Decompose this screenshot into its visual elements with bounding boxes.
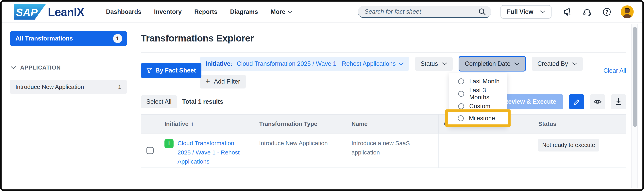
plus-icon: +	[206, 77, 210, 85]
dropdown-option-last-3-months[interactable]: Last 3 Months	[449, 87, 507, 100]
avatar-image	[621, 5, 634, 18]
chevron-down-icon	[11, 66, 16, 69]
download-icon	[614, 97, 623, 106]
header-cell-status[interactable]: Status	[533, 115, 626, 133]
sidebar: All Transformations 1 APPLICATION Introd…	[10, 31, 127, 94]
filter-chip-row: Initiative: Cloud Transformation 2025 / …	[200, 56, 626, 71]
svg-text:?: ?	[605, 9, 608, 15]
sap-leanix-logo[interactable]: SAP LeanIX	[14, 4, 84, 20]
results-count: Total 1 results	[182, 98, 223, 105]
results-table: Initiative ↑ Transformation Type Name Co…	[141, 114, 626, 168]
sap-logo-icon: SAP	[14, 4, 46, 20]
search-icon	[478, 7, 486, 16]
main-content: Transformations Explorer By Fact Sheet I…	[141, 22, 626, 168]
header-icon-group: ?	[562, 7, 612, 16]
initiative-link[interactable]: Cloud Transformation 2025 / Wave 1 - Reh…	[178, 139, 248, 168]
status-cell: Not ready to execute	[533, 134, 626, 168]
table-row: I Cloud Transformation 2025 / Wave 1 - R…	[141, 133, 626, 168]
top-nav-bar: SAP LeanIX Dashboards Inventory Reports …	[2, 1, 642, 22]
download-button[interactable]	[611, 94, 626, 109]
header-cell-transformation-type[interactable]: Transformation Type	[254, 115, 346, 133]
nav-item-reports[interactable]: Reports	[194, 8, 218, 15]
page-title: Transformations Explorer	[141, 33, 626, 44]
nav-item-dashboards[interactable]: Dashboards	[106, 8, 141, 15]
sidebar-item-introduce-new-application[interactable]: Introduce New Application 1	[10, 80, 127, 94]
filter-chip-status[interactable]: Status	[415, 57, 453, 71]
table-header-row: Initiative ↑ Transformation Type Name Co…	[141, 115, 626, 133]
radio-icon[interactable]	[458, 103, 464, 109]
filter-bar: By Fact Sheet Initiative: Cloud Transfor…	[141, 56, 626, 88]
header-cell-name[interactable]: Name	[346, 115, 438, 133]
main-nav: Dashboards Inventory Reports Diagrams Mo…	[106, 8, 292, 15]
results-toolbar: Select All Total 1 results Review & Exec…	[141, 94, 626, 109]
app-window: SAP LeanIX Dashboards Inventory Reports …	[0, 0, 644, 191]
name-cell: Introduce a new SaaS application	[346, 134, 438, 168]
completion-date-cell	[438, 134, 533, 168]
by-fact-sheet-button[interactable]: By Fact Sheet	[141, 63, 202, 78]
view-selector[interactable]: Full View	[500, 5, 552, 18]
support-button[interactable]	[582, 7, 592, 16]
chevron-down-icon	[398, 62, 404, 65]
edit-button[interactable]	[569, 94, 584, 109]
leanix-wordmark: LeanIX	[48, 5, 84, 18]
clear-all-link[interactable]: Clear All	[604, 67, 626, 74]
add-filter-button[interactable]: + Add Filter	[200, 75, 246, 88]
scrollbar-thumb[interactable]	[633, 27, 637, 127]
sidebar-item-all-transformations[interactable]: All Transformations 1	[10, 31, 127, 46]
filter-add-row: + Add Filter	[200, 75, 626, 88]
filter-chip-created-by[interactable]: Created By	[532, 57, 582, 71]
status-badge: Not ready to execute	[538, 139, 599, 152]
help-button[interactable]: ?	[602, 7, 612, 16]
svg-text:SAP: SAP	[16, 6, 38, 18]
nav-item-more[interactable]: More	[270, 8, 292, 15]
chevron-down-icon	[442, 62, 447, 65]
filter-chip-completion-date[interactable]: Completion Date	[458, 56, 526, 71]
select-all-button[interactable]: Select All	[141, 95, 177, 108]
count-badge: 1	[113, 34, 122, 43]
fact-sheet-search[interactable]	[358, 6, 492, 18]
filter-chip-initiative[interactable]: Initiative: Cloud Transformation 2025 / …	[200, 57, 409, 71]
chevron-down-icon	[514, 62, 520, 65]
pencil-icon	[573, 98, 580, 106]
nav-item-diagrams[interactable]: Diagrams	[230, 8, 258, 15]
transformation-type-cell: Introduce New Application	[254, 134, 346, 168]
radio-icon[interactable]	[458, 115, 464, 121]
search-input[interactable]	[364, 8, 475, 15]
initiative-fact-sheet-badge: I	[164, 139, 174, 148]
page-body: All Transformations 1 APPLICATION Introd…	[2, 22, 642, 190]
help-icon: ?	[602, 7, 612, 16]
header-cell-checkbox	[141, 115, 159, 133]
sort-ascending-icon: ↑	[191, 121, 194, 127]
megaphone-icon	[562, 6, 573, 17]
filter-funnel-icon	[146, 68, 152, 73]
initiative-cell: I Cloud Transformation 2025 / Wave 1 - R…	[159, 134, 254, 168]
eye-icon	[593, 97, 602, 106]
dropdown-option-last-month[interactable]: Last Month	[449, 75, 507, 87]
radio-icon[interactable]	[458, 78, 464, 84]
announcements-button[interactable]	[562, 7, 572, 16]
vertical-scrollbar[interactable]	[631, 24, 638, 188]
header-cell-initiative[interactable]: Initiative ↑	[159, 115, 254, 133]
milestone-highlight-box: Milestone	[445, 109, 510, 127]
chevron-down-icon	[540, 10, 545, 13]
headset-icon	[582, 7, 592, 16]
sidebar-section-application[interactable]: APPLICATION	[10, 64, 127, 71]
dropdown-option-milestone[interactable]: Milestone	[448, 112, 495, 124]
item-count: 1	[118, 84, 121, 90]
toolbar-actions: Review & Execute	[497, 94, 626, 109]
row-checkbox[interactable]	[146, 147, 154, 154]
chevron-down-icon	[288, 10, 292, 13]
chevron-down-icon	[572, 62, 577, 65]
checkbox-cell	[141, 134, 159, 168]
avatar[interactable]	[621, 5, 634, 18]
radio-icon[interactable]	[458, 91, 464, 97]
nav-item-inventory[interactable]: Inventory	[154, 8, 182, 15]
divider	[141, 52, 626, 53]
preview-button[interactable]	[590, 94, 605, 109]
